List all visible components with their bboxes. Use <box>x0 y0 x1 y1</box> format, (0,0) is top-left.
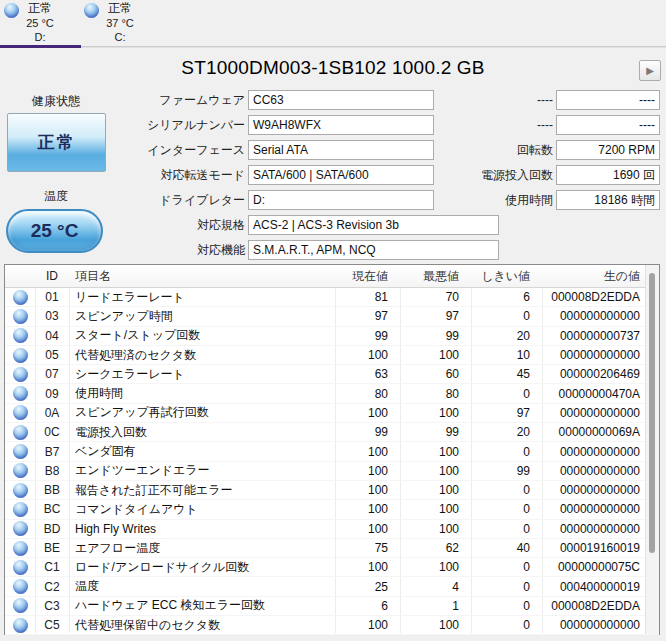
info-field: -------- <box>0 115 666 136</box>
header-raw-value[interactable]: 生の値 <box>542 268 648 285</box>
table-row[interactable]: BCコマンドタイムアウト1001000000000000000 <box>5 500 659 519</box>
status-orb-icon <box>13 328 28 343</box>
header-threshold[interactable]: しきい値 <box>471 268 542 285</box>
table-row[interactable]: C2温度2540000400000019 <box>5 577 659 596</box>
table-row[interactable]: C3ハードウェア ECC 検知エラー回数610000008D2EDDA <box>5 597 659 616</box>
cell-id: C1 <box>35 560 69 574</box>
cell-attribute-name: リードエラーレート <box>69 289 335 306</box>
cell-threshold: 97 <box>471 406 542 420</box>
cell-raw: 000400000019 <box>542 580 648 594</box>
cell-id: B8 <box>35 464 69 478</box>
cell-worst: 60 <box>400 367 471 381</box>
cell-id: C5 <box>35 618 69 632</box>
cell-current: 100 <box>335 348 400 362</box>
table-row[interactable]: 0Aスピンアップ再試行回数10010097000000000000 <box>5 404 659 423</box>
table-row[interactable]: 0C電源投入回数99992000000000069A <box>5 423 659 442</box>
header-attribute-name[interactable]: 項目名 <box>69 268 335 285</box>
table-scrollbar[interactable] <box>645 265 659 634</box>
cell-threshold: 0 <box>471 580 542 594</box>
status-orb-icon <box>13 405 28 420</box>
status-orb-icon <box>13 463 28 478</box>
cell-id: B7 <box>35 445 69 459</box>
cell-attribute-name: 電源投入回数 <box>69 424 335 441</box>
cell-status <box>5 405 35 420</box>
table-row[interactable]: BB報告された訂正不可能エラー1001000000000000000 <box>5 481 659 500</box>
cell-worst: 100 <box>400 502 471 516</box>
field-value: 7200 RPM <box>556 140 660 160</box>
cell-current: 99 <box>335 425 400 439</box>
cell-attribute-name: 代替処理済のセクタ数 <box>69 347 335 364</box>
cell-attribute-name: スタート/ストップ回数 <box>69 327 335 344</box>
cell-status <box>5 290 35 305</box>
table-row[interactable]: 03スピンアップ時間97970000000000000 <box>5 307 659 326</box>
header-id[interactable]: ID <box>35 269 69 283</box>
cell-raw: 000000000000 <box>542 464 648 478</box>
table-row[interactable]: C5代替処理保留中のセクタ数1001000000000000000 <box>5 616 659 635</box>
cell-status <box>5 444 35 459</box>
drive-tab-strip: 正常 25 °C D: 正常 37 °C C: <box>0 0 666 49</box>
cell-attribute-name: ベンダ固有 <box>69 443 335 460</box>
info-field: 対応機能S.M.A.R.T., APM, NCQ <box>0 240 666 261</box>
cell-id: C3 <box>35 599 69 613</box>
info-field: 電源投入回数1690 回 <box>0 165 666 186</box>
status-orb-icon <box>13 521 28 536</box>
table-row[interactable]: 04スタート/ストップ回数999920000000000737 <box>5 327 659 346</box>
cell-threshold: 0 <box>471 502 542 516</box>
status-orb-icon <box>13 618 28 633</box>
cell-raw: 00000000470A <box>542 387 648 401</box>
table-row[interactable]: B8エンドツーエンドエラー10010099000000000000 <box>5 462 659 481</box>
cell-raw: 000000000000 <box>542 522 648 536</box>
info-field: 使用時間18186 時間 <box>0 190 666 211</box>
cell-raw: 000008D2EDDA <box>542 599 648 613</box>
cell-worst: 100 <box>400 464 471 478</box>
cell-id: BC <box>35 502 69 516</box>
scrollbar-thumb[interactable] <box>649 273 655 553</box>
cell-worst: 70 <box>400 290 471 304</box>
table-row[interactable]: 09使用時間8080000000000470A <box>5 384 659 403</box>
table-row[interactable]: BEエアフロー温度756240000019160019 <box>5 539 659 558</box>
cell-raw: 000000000737 <box>542 329 648 343</box>
cell-current: 97 <box>335 309 400 323</box>
drive-tab-d[interactable]: 正常 25 °C D: <box>0 0 80 46</box>
cell-worst: 100 <box>400 348 471 362</box>
cell-raw: 000008D2EDDA <box>542 290 648 304</box>
cell-raw: 000000000000 <box>542 483 648 497</box>
header-current-value[interactable]: 現在値 <box>335 268 400 285</box>
cell-threshold: 0 <box>471 618 542 632</box>
cell-raw: 000000000000 <box>542 502 648 516</box>
cell-current: 100 <box>335 502 400 516</box>
table-row[interactable]: BDHigh Fly Writes1001000000000000000 <box>5 520 659 539</box>
cell-current: 75 <box>335 541 400 555</box>
info-field: 回転数7200 RPM <box>0 140 666 161</box>
table-row[interactable]: C1ロード/アンロードサイクル回数100100000000000075C <box>5 558 659 577</box>
drive-model-title: ST1000DM003-1SB102 1000.2 GB <box>0 57 666 79</box>
status-orb-icon <box>13 444 28 459</box>
drive-tab-c[interactable]: 正常 37 °C C: <box>80 0 160 46</box>
next-drive-button[interactable]: ▶ <box>639 60 661 81</box>
cell-attribute-name: 使用時間 <box>69 385 335 402</box>
cell-worst: 4 <box>400 580 471 594</box>
cell-id: BD <box>35 522 69 536</box>
cell-worst: 100 <box>400 560 471 574</box>
cell-worst: 100 <box>400 406 471 420</box>
cell-attribute-name: スピンアップ再試行回数 <box>69 404 335 421</box>
table-row[interactable]: B7ベンダ固有1001000000000000000 <box>5 442 659 461</box>
cell-id: 0C <box>35 425 69 439</box>
status-orb-icon <box>13 425 28 440</box>
header-worst-value[interactable]: 最悪値 <box>400 268 471 285</box>
tab-drive-letter: C: <box>98 30 142 45</box>
cell-status <box>5 425 35 440</box>
cell-worst: 1 <box>400 599 471 613</box>
cell-id: 07 <box>35 367 69 381</box>
cell-id: 09 <box>35 387 69 401</box>
table-row[interactable]: 01リードエラーレート81706000008D2EDDA <box>5 288 659 307</box>
table-row[interactable]: 05代替処理済のセクタ数10010010000000000000 <box>5 346 659 365</box>
tab-temperature: 25 °C <box>18 16 62 30</box>
cell-id: 0A <box>35 406 69 420</box>
table-row[interactable]: 07シークエラーレート636045000000206469 <box>5 365 659 384</box>
health-status-orb-icon <box>84 3 99 18</box>
tab-health-status: 正常 <box>18 1 62 16</box>
cell-status <box>5 560 35 575</box>
status-orb-icon <box>13 348 28 363</box>
cell-raw: 000000000000 <box>542 406 648 420</box>
